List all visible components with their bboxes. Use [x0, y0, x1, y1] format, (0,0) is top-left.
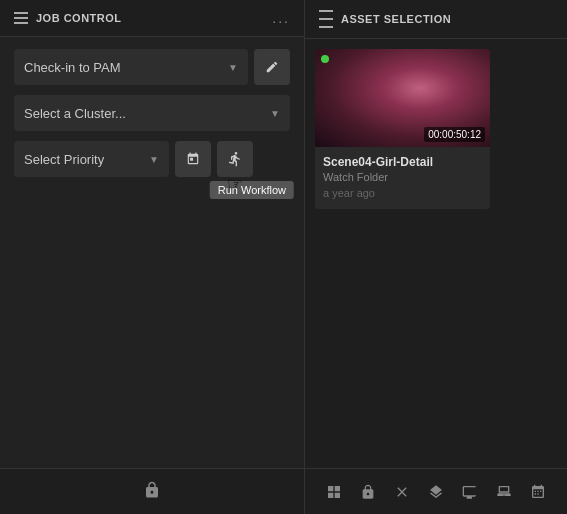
hamburger-icon[interactable]	[14, 12, 28, 24]
asset-card[interactable]: 00:00:50:12 Scene04-Girl-Detail Watch Fo…	[315, 49, 490, 209]
timecode-label: 00:00:50:12	[424, 127, 485, 142]
chevron-down-icon: ▼	[149, 154, 159, 165]
cluster-row: Select a Cluster... ▼	[14, 95, 290, 131]
checkin-row: Check-in to PAM ▼	[14, 49, 290, 85]
checkin-select[interactable]: Check-in to PAM ▼	[14, 49, 248, 85]
edit-button[interactable]	[254, 49, 290, 85]
asset-selection-title: ASSET SELECTION	[341, 13, 451, 25]
asset-info: Scene04-Girl-Detail Watch Folder a year …	[315, 147, 490, 209]
asset-selection-header: ASSET SELECTION	[305, 0, 567, 39]
chevron-down-icon: ▼	[228, 62, 238, 73]
job-control-title: JOB CONTROL	[36, 12, 122, 24]
run-workflow-tooltip: Run Workflow	[210, 181, 294, 199]
dots-menu-icon[interactable]: ...	[272, 10, 290, 26]
monitor-icon[interactable]	[458, 480, 482, 504]
asset-list: 00:00:50:12 Scene04-Girl-Detail Watch Fo…	[305, 39, 567, 468]
job-control-header: JOB CONTROL ...	[0, 0, 304, 37]
asset-name: Scene04-Girl-Detail	[323, 155, 482, 169]
close-icon[interactable]	[390, 480, 414, 504]
right-bottom-toolbar	[305, 468, 567, 514]
job-control-body: Check-in to PAM ▼ Select a Cluster... ▼ …	[0, 37, 304, 468]
lock-icon[interactable]	[137, 475, 167, 509]
job-control-panel: JOB CONTROL ... Check-in to PAM ▼ Select…	[0, 0, 305, 514]
cluster-select[interactable]: Select a Cluster... ▼	[14, 95, 290, 131]
layers-icon[interactable]	[424, 480, 448, 504]
calendar-grid-icon[interactable]	[526, 480, 550, 504]
asset-type: Watch Folder	[323, 171, 482, 183]
asset-selection-panel: ASSET SELECTION 00:00:50:12 Scene04-Girl…	[305, 0, 567, 514]
asset-hamburger-icon[interactable]	[319, 10, 333, 28]
active-indicator	[321, 55, 329, 63]
job-control-title-group: JOB CONTROL	[14, 12, 122, 24]
priority-row: Select Priority ▼ Run Workflow ☞	[14, 141, 290, 177]
chevron-down-icon: ▼	[270, 108, 280, 119]
priority-select[interactable]: Select Priority ▼	[14, 141, 169, 177]
grid-view-icon[interactable]	[322, 480, 346, 504]
asset-thumbnail: 00:00:50:12	[315, 49, 490, 147]
calendar-button[interactable]	[175, 141, 211, 177]
cursor-icon: ☞	[227, 173, 243, 195]
lock-bottom-icon[interactable]	[356, 480, 380, 504]
asset-timestamp: a year ago	[323, 187, 482, 199]
run-workflow-button[interactable]: Run Workflow ☞	[217, 141, 253, 177]
left-bottom-toolbar	[0, 468, 304, 514]
display-icon[interactable]	[492, 480, 516, 504]
